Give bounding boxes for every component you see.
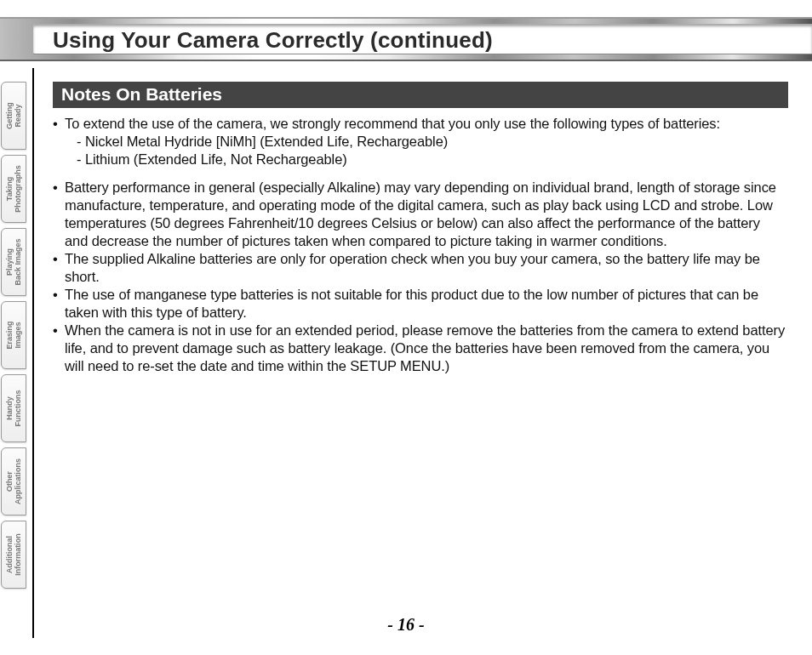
content-area: Notes On Batteries To extend the use of … [53, 82, 792, 375]
tab-label-l2: Ready [14, 105, 22, 128]
tab-label-l2: Images [14, 322, 22, 348]
list-item: The use of manganese type batteries is n… [53, 286, 786, 322]
tab-label-l2: Applications [14, 458, 22, 504]
tab-label-l1: Playing [5, 248, 14, 276]
list-item: The supplied Alkaline batteries are only… [53, 250, 786, 286]
page-title: Using Your Camera Correctly (continued) [53, 27, 493, 54]
tab-taking-photographs[interactable]: TakingPhotographs [1, 155, 26, 223]
tab-getting-ready[interactable]: GettingReady [1, 82, 26, 150]
tab-label-l1: Handy [5, 396, 14, 420]
page-number: - 16 - [0, 615, 812, 635]
list-item: Battery performance in general (especial… [53, 179, 786, 250]
vertical-divider [32, 68, 34, 638]
sidebar-tabs: GettingReady TakingPhotographs PlayingBa… [1, 82, 33, 594]
tab-label-l2: Functions [14, 390, 22, 427]
tab-erasing-images[interactable]: ErasingImages [1, 301, 26, 369]
tab-playing-back-images[interactable]: PlayingBack Images [1, 228, 26, 296]
tab-other-applications[interactable]: OtherApplications [1, 447, 26, 515]
tab-label-l1: Other [5, 471, 14, 492]
tab-label-l2: Information [14, 533, 22, 576]
list-item: To extend the use of the camera, we stro… [53, 115, 786, 168]
list-item-text: When the camera is not in use for an ext… [65, 322, 785, 373]
tab-label-l1: Erasing [5, 321, 14, 349]
list-item-text: To extend the use of the camera, we stro… [65, 116, 720, 131]
tab-label-l1: Additional [5, 536, 14, 573]
tab-label-l2: Photographs [14, 165, 22, 213]
tab-label-l1: Taking [5, 177, 14, 201]
list-item-sub: - Nickel Metal Hydride [NiMh] (Extended … [65, 133, 786, 151]
list-item-text: The use of manganese type batteries is n… [65, 287, 758, 320]
tab-additional-information[interactable]: AdditionalInformation [1, 521, 26, 589]
section-heading: Notes On Batteries [53, 82, 788, 108]
bullet-list: To extend the use of the camera, we stro… [53, 115, 786, 375]
list-item: When the camera is not in use for an ext… [53, 322, 786, 375]
tab-label-l2: Back Images [14, 238, 22, 285]
tab-label-l1: Getting [5, 102, 14, 129]
list-item-sub: - Lithium (Extended Life, Not Rechargeab… [65, 151, 786, 168]
tab-handy-functions[interactable]: HandyFunctions [1, 374, 26, 442]
list-item-text: Battery performance in general (especial… [65, 179, 776, 248]
document-page: Using Your Camera Correctly (continued) … [0, 0, 812, 655]
list-item-text: The supplied Alkaline batteries are only… [65, 251, 760, 284]
